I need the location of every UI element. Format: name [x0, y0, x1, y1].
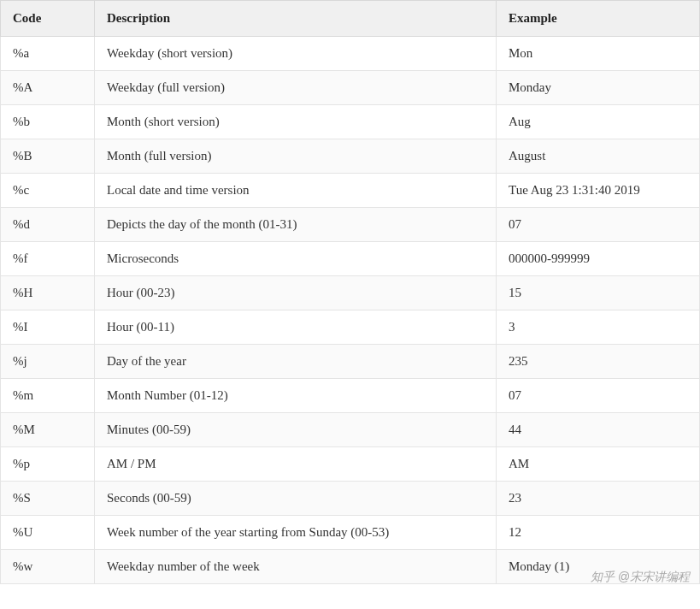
cell-code: %m — [1, 379, 95, 413]
table-row: %cLocal date and time versionTue Aug 23 … — [1, 174, 700, 208]
table-row: %HHour (00-23)15 — [1, 276, 700, 310]
cell-example: August — [497, 139, 700, 174]
header-example: Example — [497, 1, 700, 37]
cell-code: %a — [1, 37, 95, 71]
table-row: %jDay of the year235 — [1, 345, 700, 379]
header-description: Description — [95, 1, 497, 37]
cell-description: Month (short version) — [95, 105, 497, 139]
cell-description: Week number of the year starting from Su… — [95, 516, 497, 550]
cell-description: Day of the year — [95, 345, 497, 379]
cell-description: Seconds (00-59) — [95, 482, 497, 516]
table-row: %wWeekday number of the weekMonday (1) — [1, 550, 700, 584]
cell-description: Weekday (full version) — [95, 71, 497, 105]
cell-code: %b — [1, 105, 95, 139]
cell-code: %M — [1, 413, 95, 447]
cell-description: Minutes (00-59) — [95, 413, 497, 447]
cell-example: 000000-999999 — [497, 242, 700, 276]
cell-code: %H — [1, 276, 95, 310]
table-row: %bMonth (short version)Aug — [1, 105, 700, 139]
table-row: %aWeekday (short version)Mon — [1, 37, 700, 71]
cell-example: Monday (1) — [497, 550, 700, 584]
table-row: %mMonth Number (01-12)07 — [1, 379, 700, 413]
cell-code: %j — [1, 345, 95, 379]
cell-description: AM / PM — [95, 447, 497, 482]
cell-code: %c — [1, 174, 95, 208]
cell-description: Month (full version) — [95, 139, 497, 174]
cell-description: Microseconds — [95, 242, 497, 276]
cell-example: 15 — [497, 276, 700, 310]
table-row: %fMicroseconds000000-999999 — [1, 242, 700, 276]
cell-description: Weekday (short version) — [95, 37, 497, 71]
table-row: %pAM / PMAM — [1, 447, 700, 482]
cell-example: 07 — [497, 208, 700, 242]
table-row: %BMonth (full version)August — [1, 139, 700, 174]
cell-code: %f — [1, 242, 95, 276]
cell-code: %I — [1, 310, 95, 345]
cell-code: %B — [1, 139, 95, 174]
table-row: %dDepicts the day of the month (01-31)07 — [1, 208, 700, 242]
cell-example: 235 — [497, 345, 700, 379]
cell-example: 3 — [497, 310, 700, 345]
cell-description: Local date and time version — [95, 174, 497, 208]
cell-description: Month Number (01-12) — [95, 379, 497, 413]
cell-code: %p — [1, 447, 95, 482]
cell-example: Tue Aug 23 1:31:40 2019 — [497, 174, 700, 208]
cell-description: Hour (00-23) — [95, 276, 497, 310]
cell-example: 23 — [497, 482, 700, 516]
cell-description: Hour (00-11) — [95, 310, 497, 345]
cell-code: %d — [1, 208, 95, 242]
header-code: Code — [1, 1, 95, 37]
cell-example: 12 — [497, 516, 700, 550]
cell-code: %A — [1, 71, 95, 105]
table-row: %UWeek number of the year starting from … — [1, 516, 700, 550]
cell-example: 44 — [497, 413, 700, 447]
cell-code: %S — [1, 482, 95, 516]
table-body: %aWeekday (short version)Mon%AWeekday (f… — [1, 37, 700, 584]
cell-code: %w — [1, 550, 95, 584]
cell-example: 07 — [497, 379, 700, 413]
cell-description: Depicts the day of the month (01-31) — [95, 208, 497, 242]
cell-example: Aug — [497, 105, 700, 139]
cell-example: AM — [497, 447, 700, 482]
table-row: %MMinutes (00-59)44 — [1, 413, 700, 447]
table-row: %SSeconds (00-59)23 — [1, 482, 700, 516]
cell-description: Weekday number of the week — [95, 550, 497, 584]
table-row: %IHour (00-11)3 — [1, 310, 700, 345]
cell-example: Monday — [497, 71, 700, 105]
cell-example: Mon — [497, 37, 700, 71]
table-header-row: Code Description Example — [1, 1, 700, 37]
format-codes-table: Code Description Example %aWeekday (shor… — [0, 0, 700, 584]
table-row: %AWeekday (full version)Monday — [1, 71, 700, 105]
cell-code: %U — [1, 516, 95, 550]
